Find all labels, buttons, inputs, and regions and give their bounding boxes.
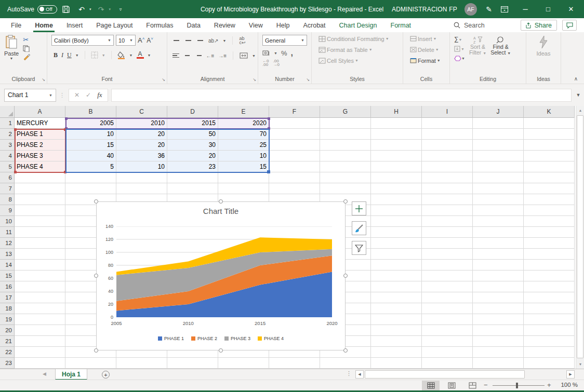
wrap-text-icon[interactable]: abc↩ bbox=[239, 36, 245, 45]
cell-I12[interactable] bbox=[422, 238, 473, 249]
cell-J3[interactable] bbox=[473, 140, 524, 151]
cell-H2[interactable] bbox=[371, 129, 422, 140]
increase-font-size-button[interactable]: A˄ bbox=[138, 36, 144, 44]
row-header-9[interactable]: 9 bbox=[0, 205, 15, 216]
zoom-out-button[interactable]: − bbox=[484, 381, 488, 389]
orientation-chevron-icon[interactable]: ▼ bbox=[223, 39, 227, 43]
cell-A16[interactable] bbox=[15, 281, 65, 292]
cell-A10[interactable] bbox=[15, 216, 65, 227]
page-break-view-button[interactable] bbox=[463, 381, 481, 390]
cell-B6[interactable] bbox=[65, 172, 116, 183]
column-header-E[interactable]: E bbox=[218, 106, 269, 118]
cell-F5[interactable] bbox=[269, 161, 320, 172]
cell-K8[interactable] bbox=[524, 194, 575, 205]
cell-E1[interactable]: 2020 bbox=[218, 118, 269, 129]
cell-H16[interactable] bbox=[371, 281, 422, 292]
tab-page-layout[interactable]: Page Layout bbox=[89, 18, 139, 32]
cell-B7[interactable] bbox=[65, 183, 116, 194]
cell-I16[interactable] bbox=[422, 281, 473, 292]
chart-handle-mid-left[interactable] bbox=[94, 274, 98, 278]
row-header-21[interactable]: 21 bbox=[0, 336, 15, 347]
autosave-toggle[interactable]: AutoSave Off bbox=[7, 5, 57, 13]
cell-J21[interactable] bbox=[473, 336, 524, 347]
cell-D7[interactable] bbox=[167, 183, 218, 194]
cell-J16[interactable] bbox=[473, 281, 524, 292]
row-header-23[interactable]: 23 bbox=[0, 358, 15, 369]
cell-G7[interactable] bbox=[320, 183, 371, 194]
column-header-H[interactable]: H bbox=[371, 106, 422, 118]
cell-I17[interactable] bbox=[422, 292, 473, 303]
cell-K18[interactable] bbox=[524, 303, 575, 314]
accounting-format-icon[interactable] bbox=[262, 50, 270, 56]
column-header-A[interactable]: A bbox=[15, 106, 65, 118]
cell-E2[interactable]: 70 bbox=[218, 129, 269, 140]
cell-H23[interactable] bbox=[371, 358, 422, 369]
cell-H15[interactable] bbox=[371, 271, 422, 281]
name-box[interactable]: Chart 1▼ bbox=[4, 89, 56, 102]
decrease-font-size-button[interactable]: A˅ bbox=[147, 36, 153, 44]
cell-F23[interactable] bbox=[269, 358, 320, 369]
cell-G23[interactable] bbox=[320, 358, 371, 369]
row-header-1[interactable]: 1 bbox=[0, 118, 15, 129]
cell-D1[interactable]: 2015 bbox=[167, 118, 218, 129]
cell-I5[interactable] bbox=[422, 161, 473, 172]
autosum-button[interactable]: ∑▼ bbox=[454, 35, 465, 43]
cell-H1[interactable] bbox=[371, 118, 422, 129]
font-size-combo[interactable]: 10▼ bbox=[116, 35, 136, 46]
formula-input[interactable] bbox=[111, 89, 572, 102]
cell-A13[interactable] bbox=[15, 249, 65, 260]
cell-D23[interactable] bbox=[167, 358, 218, 369]
cell-K14[interactable] bbox=[524, 260, 575, 271]
font-color-button[interactable]: A bbox=[137, 51, 144, 59]
cell-K20[interactable] bbox=[524, 325, 575, 336]
chart-handle-top-center[interactable] bbox=[219, 199, 223, 204]
tab-help[interactable]: Help bbox=[270, 18, 297, 32]
cell-A8[interactable] bbox=[15, 194, 65, 205]
cell-J2[interactable] bbox=[473, 129, 524, 140]
maximize-button[interactable]: □ bbox=[540, 5, 556, 13]
cell-H6[interactable] bbox=[371, 172, 422, 183]
accounting-chevron-icon[interactable]: ▼ bbox=[274, 51, 277, 55]
cell-E3[interactable]: 25 bbox=[218, 140, 269, 151]
number-dialog-launcher-icon[interactable]: ↘ bbox=[306, 77, 310, 82]
undo-chevron-icon[interactable]: ▾ bbox=[89, 7, 91, 11]
cell-I20[interactable] bbox=[422, 325, 473, 336]
cell-F2[interactable] bbox=[269, 129, 320, 140]
scroll-up-icon[interactable]: ▲ bbox=[576, 106, 584, 115]
cell-I9[interactable] bbox=[422, 205, 473, 216]
account-name[interactable]: ADMINISTRACION FP bbox=[392, 6, 457, 13]
cell-A23[interactable] bbox=[15, 358, 65, 369]
number-format-combo[interactable]: General▼ bbox=[262, 35, 307, 46]
cell-D2[interactable]: 50 bbox=[167, 129, 218, 140]
cell-H17[interactable] bbox=[371, 292, 422, 303]
cell-G4[interactable] bbox=[320, 151, 371, 161]
cell-K5[interactable] bbox=[524, 161, 575, 172]
cell-G6[interactable] bbox=[320, 172, 371, 183]
cell-H13[interactable] bbox=[371, 249, 422, 260]
cell-D5[interactable]: 23 bbox=[167, 161, 218, 172]
cell-A18[interactable] bbox=[15, 303, 65, 314]
cell-A15[interactable] bbox=[15, 271, 65, 281]
cell-B3[interactable]: 15 bbox=[65, 140, 116, 151]
chart-filters-button[interactable] bbox=[352, 241, 366, 255]
cell-H14[interactable] bbox=[371, 260, 422, 271]
align-top-icon[interactable] bbox=[172, 38, 180, 43]
cut-icon[interactable]: ✂ bbox=[23, 36, 31, 44]
chart-styles-button[interactable] bbox=[352, 221, 366, 235]
row-header-19[interactable]: 19 bbox=[0, 314, 15, 325]
orientation-icon[interactable]: ab↗ bbox=[208, 38, 219, 44]
share-button[interactable]: Share bbox=[521, 20, 557, 31]
cell-J1[interactable] bbox=[473, 118, 524, 129]
increase-decimal-icon[interactable]: ←0.00 bbox=[262, 59, 269, 66]
cell-J11[interactable] bbox=[473, 227, 524, 238]
cell-I23[interactable] bbox=[422, 358, 473, 369]
cell-K10[interactable] bbox=[524, 216, 575, 227]
search-box[interactable]: Search bbox=[454, 18, 485, 32]
cell-H12[interactable] bbox=[371, 238, 422, 249]
cell-I21[interactable] bbox=[422, 336, 473, 347]
cell-K6[interactable] bbox=[524, 172, 575, 183]
autosave-pill[interactable]: Off bbox=[37, 5, 57, 13]
row-header-7[interactable]: 7 bbox=[0, 183, 15, 194]
cell-J7[interactable] bbox=[473, 183, 524, 194]
cell-I14[interactable] bbox=[422, 260, 473, 271]
